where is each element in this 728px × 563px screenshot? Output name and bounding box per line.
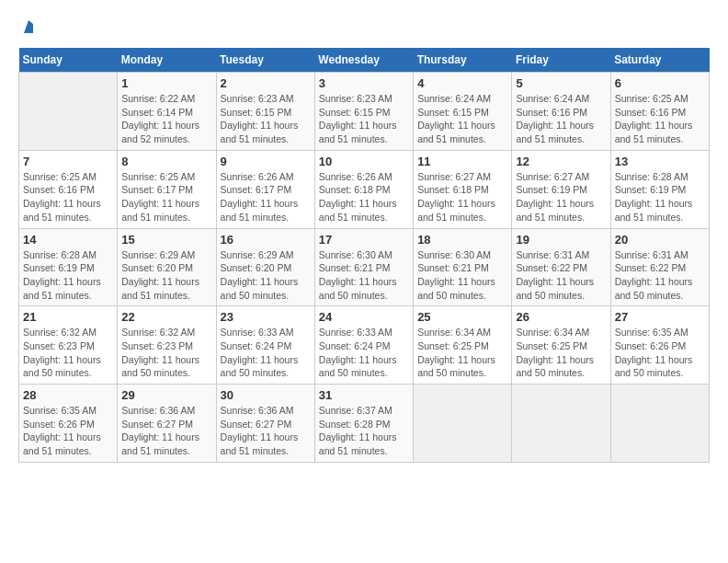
sunset-text: Sunset: 6:15 PM (221, 107, 292, 118)
calendar-cell: 18 Sunrise: 6:30 AM Sunset: 6:21 PM Dayl… (414, 228, 512, 306)
sunset-text: Sunset: 6:24 PM (221, 340, 292, 351)
daylight-text: Daylight: 11 hours and 51 minutes. (516, 120, 594, 144)
calendar-cell: 23 Sunrise: 6:33 AM Sunset: 6:24 PM Dayl… (216, 306, 314, 385)
sunrise-text: Sunrise: 6:32 AM (121, 327, 195, 338)
day-number: 31 (319, 388, 409, 402)
day-number: 9 (221, 155, 311, 168)
calendar-cell: 5 Sunrise: 6:24 AM Sunset: 6:16 PM Dayli… (512, 73, 610, 151)
calendar-cell: 25 Sunrise: 6:34 AM Sunset: 6:25 PM Dayl… (414, 306, 512, 385)
daylight-text: Daylight: 11 hours and 51 minutes. (121, 276, 199, 301)
day-detail: Sunrise: 6:32 AM Sunset: 6:23 PM Dayligh… (121, 326, 211, 380)
sunset-text: Sunset: 6:23 PM (23, 340, 95, 351)
day-number: 16 (221, 233, 311, 247)
calendar-cell (414, 385, 512, 463)
sunset-text: Sunset: 6:18 PM (417, 184, 489, 195)
day-number: 25 (417, 310, 507, 324)
day-number: 3 (319, 76, 409, 90)
calendar-cell: 11 Sunrise: 6:27 AM Sunset: 6:18 PM Dayl… (414, 150, 512, 228)
daylight-text: Daylight: 11 hours and 51 minutes. (615, 120, 693, 144)
calendar-cell (610, 385, 709, 463)
daylight-text: Daylight: 11 hours and 51 minutes. (615, 198, 693, 223)
day-detail: Sunrise: 6:34 AM Sunset: 6:25 PM Dayligh… (417, 326, 507, 380)
day-detail: Sunrise: 6:28 AM Sunset: 6:19 PM Dayligh… (615, 170, 705, 224)
daylight-text: Daylight: 11 hours and 51 minutes. (23, 198, 101, 223)
weekday-header: Friday (512, 48, 610, 73)
day-number: 18 (417, 233, 507, 247)
sunrise-text: Sunrise: 6:36 AM (221, 405, 294, 416)
day-detail: Sunrise: 6:24 AM Sunset: 6:15 PM Dayligh… (417, 92, 507, 146)
day-number: 13 (615, 155, 705, 168)
sunrise-text: Sunrise: 6:28 AM (23, 249, 97, 260)
daylight-text: Daylight: 11 hours and 51 minutes. (221, 120, 299, 144)
calendar-cell: 22 Sunrise: 6:32 AM Sunset: 6:23 PM Dayl… (118, 306, 216, 385)
sunset-text: Sunset: 6:15 PM (319, 107, 391, 118)
day-number: 7 (23, 155, 113, 168)
sunrise-text: Sunrise: 6:25 AM (121, 171, 195, 182)
sunrise-text: Sunrise: 6:27 AM (516, 171, 589, 182)
daylight-text: Daylight: 11 hours and 51 minutes. (417, 198, 495, 223)
sunrise-text: Sunrise: 6:22 AM (121, 93, 195, 104)
daylight-text: Daylight: 11 hours and 51 minutes. (221, 431, 299, 456)
sunset-text: Sunset: 6:16 PM (615, 107, 687, 118)
daylight-text: Daylight: 11 hours and 51 minutes. (319, 120, 397, 144)
day-number: 27 (615, 310, 705, 324)
sunrise-text: Sunrise: 6:23 AM (319, 93, 392, 104)
sunset-text: Sunset: 6:17 PM (121, 184, 193, 195)
daylight-text: Daylight: 11 hours and 50 minutes. (221, 354, 299, 379)
daylight-text: Daylight: 11 hours and 50 minutes. (516, 276, 594, 301)
sunrise-text: Sunrise: 6:30 AM (417, 249, 491, 260)
day-number: 5 (516, 76, 606, 90)
sunrise-text: Sunrise: 6:30 AM (319, 249, 392, 260)
calendar-cell: 8 Sunrise: 6:25 AM Sunset: 6:17 PM Dayli… (118, 150, 216, 228)
sunrise-text: Sunrise: 6:32 AM (23, 327, 97, 338)
sunset-text: Sunset: 6:16 PM (516, 107, 587, 118)
day-detail: Sunrise: 6:32 AM Sunset: 6:23 PM Dayligh… (23, 326, 113, 380)
daylight-text: Daylight: 11 hours and 50 minutes. (615, 354, 693, 379)
calendar-cell: 13 Sunrise: 6:28 AM Sunset: 6:19 PM Dayl… (610, 150, 709, 228)
daylight-text: Daylight: 11 hours and 51 minutes. (221, 198, 299, 223)
calendar-week-row: 21 Sunrise: 6:32 AM Sunset: 6:23 PM Dayl… (19, 306, 710, 385)
day-detail: Sunrise: 6:26 AM Sunset: 6:17 PM Dayligh… (221, 170, 311, 224)
daylight-text: Daylight: 11 hours and 51 minutes. (23, 431, 101, 456)
calendar-cell: 14 Sunrise: 6:28 AM Sunset: 6:19 PM Dayl… (19, 228, 118, 306)
calendar-cell: 16 Sunrise: 6:29 AM Sunset: 6:20 PM Dayl… (216, 228, 314, 306)
sunset-text: Sunset: 6:26 PM (23, 419, 95, 430)
day-detail: Sunrise: 6:34 AM Sunset: 6:25 PM Dayligh… (516, 326, 606, 380)
sunset-text: Sunset: 6:23 PM (121, 340, 193, 351)
calendar-header: SundayMondayTuesdayWednesdayThursdayFrid… (19, 48, 710, 73)
day-detail: Sunrise: 6:30 AM Sunset: 6:21 PM Dayligh… (319, 248, 409, 303)
day-detail: Sunrise: 6:29 AM Sunset: 6:20 PM Dayligh… (121, 248, 211, 303)
daylight-text: Daylight: 11 hours and 51 minutes. (121, 431, 199, 456)
day-detail: Sunrise: 6:35 AM Sunset: 6:26 PM Dayligh… (23, 404, 113, 458)
calendar-cell: 31 Sunrise: 6:37 AM Sunset: 6:28 PM Dayl… (314, 385, 413, 463)
svg-marker-0 (24, 20, 33, 33)
day-detail: Sunrise: 6:25 AM Sunset: 6:17 PM Dayligh… (121, 170, 211, 224)
sunset-text: Sunset: 6:26 PM (615, 340, 687, 351)
daylight-text: Daylight: 11 hours and 50 minutes. (221, 276, 299, 301)
daylight-text: Daylight: 11 hours and 50 minutes. (615, 276, 693, 301)
daylight-text: Daylight: 11 hours and 51 minutes. (417, 120, 495, 144)
calendar-cell: 29 Sunrise: 6:36 AM Sunset: 6:27 PM Dayl… (118, 385, 216, 463)
day-number: 8 (121, 155, 211, 168)
weekday-header: Wednesday (314, 48, 413, 73)
sunrise-text: Sunrise: 6:35 AM (23, 405, 97, 416)
daylight-text: Daylight: 11 hours and 50 minutes. (121, 354, 199, 379)
calendar-cell: 6 Sunrise: 6:25 AM Sunset: 6:16 PM Dayli… (610, 73, 709, 151)
sunrise-text: Sunrise: 6:31 AM (615, 249, 688, 260)
day-number: 6 (615, 76, 705, 90)
day-detail: Sunrise: 6:29 AM Sunset: 6:20 PM Dayligh… (221, 248, 311, 303)
sunrise-text: Sunrise: 6:29 AM (121, 249, 195, 260)
calendar-cell (19, 73, 118, 151)
calendar-week-row: 14 Sunrise: 6:28 AM Sunset: 6:19 PM Dayl… (19, 228, 710, 306)
sunset-text: Sunset: 6:19 PM (615, 184, 687, 195)
calendar-cell: 12 Sunrise: 6:27 AM Sunset: 6:19 PM Dayl… (512, 150, 610, 228)
sunset-text: Sunset: 6:27 PM (221, 419, 292, 430)
calendar-cell (512, 385, 610, 463)
daylight-text: Daylight: 11 hours and 51 minutes. (319, 198, 397, 223)
sunrise-text: Sunrise: 6:24 AM (417, 93, 491, 104)
day-detail: Sunrise: 6:25 AM Sunset: 6:16 PM Dayligh… (23, 170, 113, 224)
day-number: 21 (23, 310, 113, 324)
day-detail: Sunrise: 6:25 AM Sunset: 6:16 PM Dayligh… (615, 92, 705, 146)
sunrise-text: Sunrise: 6:36 AM (121, 405, 195, 416)
sunrise-text: Sunrise: 6:31 AM (516, 249, 589, 260)
